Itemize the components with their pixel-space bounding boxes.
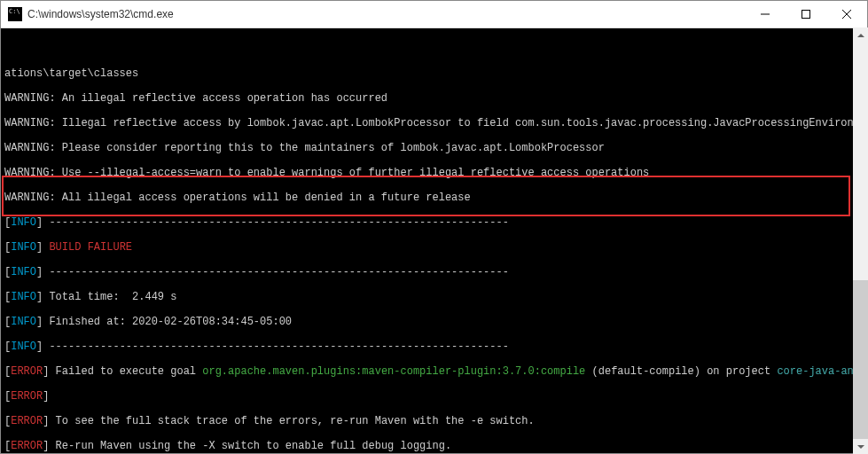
output-line: [INFO] Finished at: 2020-02-26T08:34:45-… (4, 316, 864, 328)
output-line: [ERROR] Re-run Maven using the -X switch… (4, 440, 864, 452)
cmd-icon (8, 7, 22, 21)
scrollbar-thumb[interactable] (853, 280, 868, 439)
svg-rect-1 (802, 11, 810, 19)
scrollbar-down-arrow[interactable] (853, 439, 868, 454)
command-prompt-window: C:\windows\system32\cmd.exe ations\targe… (0, 0, 868, 454)
output-line: ations\target\classes (4, 67, 864, 80)
minimize-icon (761, 10, 770, 19)
output-line: WARNING: Illegal reflective access by lo… (4, 117, 864, 129)
close-button[interactable] (826, 1, 867, 27)
output-line: WARNING: Use --illegal-access=warn to en… (4, 167, 864, 179)
titlebar[interactable]: C:\windows\system32\cmd.exe (1, 1, 867, 28)
output-line: [ERROR] (4, 390, 864, 403)
window-title: C:\windows\system32\cmd.exe (27, 8, 745, 20)
terminal-area[interactable]: ations\target\classes WARNING: An illega… (1, 28, 867, 453)
svg-marker-5 (857, 445, 864, 449)
output-line: [INFO] ---------------------------------… (4, 216, 864, 229)
output-line: [ERROR] To see the full stack trace of t… (4, 415, 864, 427)
maximize-button[interactable] (786, 1, 826, 27)
maximize-icon (802, 10, 810, 19)
vertical-scrollbar[interactable] (853, 27, 868, 454)
minimize-button[interactable] (745, 1, 786, 27)
chevron-up-icon (857, 34, 864, 37)
output-line: WARNING: Please consider reporting this … (4, 142, 864, 154)
svg-marker-4 (857, 34, 864, 37)
output-line: [INFO] ---------------------------------… (4, 340, 864, 353)
scrollbar-up-arrow[interactable] (853, 27, 868, 43)
output-line: [INFO] Total time: 2.449 s (4, 291, 864, 303)
output-line: WARNING: All illegal access operations w… (4, 192, 864, 204)
scrollbar-track[interactable] (853, 43, 868, 439)
output-line: WARNING: An illegal reflective access op… (4, 92, 864, 105)
window-controls (745, 1, 867, 27)
output-line: [ERROR] Failed to execute goal org.apach… (4, 365, 864, 378)
chevron-down-icon (857, 445, 864, 449)
terminal-content: ations\target\classes WARNING: An illega… (4, 55, 864, 453)
output-line: [INFO] BUILD FAILURE (4, 241, 864, 254)
close-icon (842, 10, 851, 19)
output-line: [INFO] ---------------------------------… (4, 266, 864, 278)
